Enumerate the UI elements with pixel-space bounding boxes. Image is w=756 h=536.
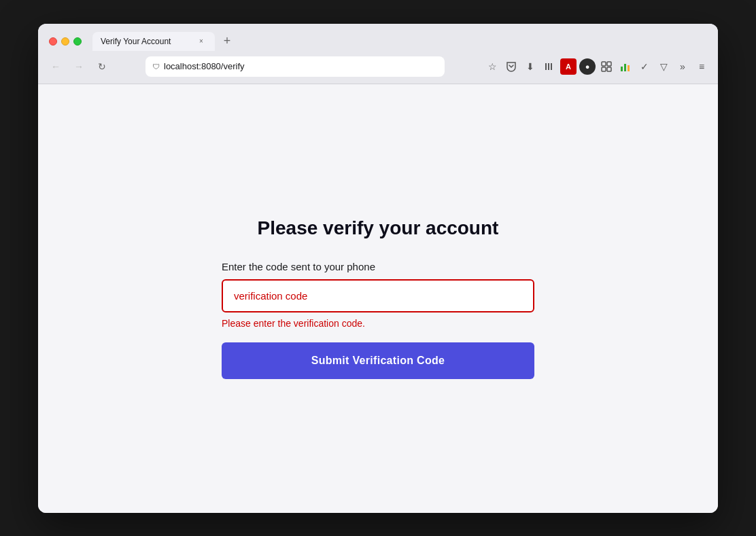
- svg-rect-7: [621, 67, 623, 71]
- maximize-button[interactable]: [73, 37, 82, 46]
- active-tab[interactable]: Verify Your Account ×: [92, 32, 215, 51]
- svg-rect-1: [548, 63, 549, 70]
- extensions-icon[interactable]: A: [560, 58, 577, 75]
- tab-bar: Verify Your Account × +: [92, 32, 237, 51]
- traffic-lights: [49, 37, 82, 46]
- browser-window: Verify Your Account × + ← → ↻ 🛡 localhos…: [38, 24, 718, 513]
- svg-rect-3: [602, 62, 606, 66]
- menu-icon[interactable]: ≡: [693, 58, 710, 75]
- title-bar: Verify Your Account × + ← → ↻ 🛡 localhos…: [38, 24, 718, 84]
- input-label: Enter the code sent to your phone: [222, 261, 375, 272]
- grid-icon[interactable]: [598, 58, 615, 75]
- downloads-icon[interactable]: ⬇: [522, 58, 538, 75]
- page-heading: Please verify your account: [258, 217, 499, 239]
- tab-close-button[interactable]: ×: [196, 36, 207, 47]
- svg-rect-0: [545, 63, 547, 70]
- reload-button[interactable]: ↻: [92, 57, 111, 76]
- shield-icon: 🛡: [152, 62, 160, 71]
- svg-rect-5: [602, 67, 606, 71]
- submit-button[interactable]: Submit Verification Code: [222, 342, 534, 379]
- charts-icon[interactable]: [617, 58, 634, 75]
- overflow-icon[interactable]: »: [674, 58, 691, 75]
- close-button[interactable]: [49, 37, 57, 46]
- svg-rect-9: [628, 65, 630, 71]
- bookmark-icon[interactable]: ☆: [484, 58, 500, 75]
- profile-icon[interactable]: ●: [579, 58, 596, 75]
- address-bar-row: ← → ↻ 🛡 localhost:8080/verify ☆: [38, 51, 718, 84]
- toolbar-icons: ☆ ⬇ A ●: [484, 58, 710, 75]
- back-button[interactable]: ←: [46, 57, 65, 76]
- svg-rect-6: [607, 67, 611, 71]
- filter-icon[interactable]: ▽: [655, 58, 672, 75]
- minimize-button[interactable]: [61, 37, 69, 46]
- reading-list-icon[interactable]: [541, 58, 557, 75]
- error-message: Please enter the verification code.: [222, 318, 365, 329]
- svg-rect-2: [551, 63, 552, 70]
- new-tab-button[interactable]: +: [218, 32, 237, 51]
- verify-form: Please verify your account Enter the cod…: [222, 217, 534, 379]
- page-content: Please verify your account Enter the cod…: [38, 84, 718, 513]
- url-text: localhost:8080/verify: [164, 61, 438, 71]
- shield-check-icon[interactable]: ✓: [636, 58, 653, 75]
- address-field[interactable]: 🛡 localhost:8080/verify: [145, 56, 445, 77]
- pocket-icon[interactable]: [503, 58, 519, 75]
- tab-title: Verify Your Account: [101, 37, 190, 46]
- forward-button[interactable]: →: [69, 57, 88, 76]
- verification-code-input[interactable]: [222, 279, 534, 312]
- svg-rect-8: [624, 64, 626, 71]
- svg-rect-4: [607, 62, 611, 66]
